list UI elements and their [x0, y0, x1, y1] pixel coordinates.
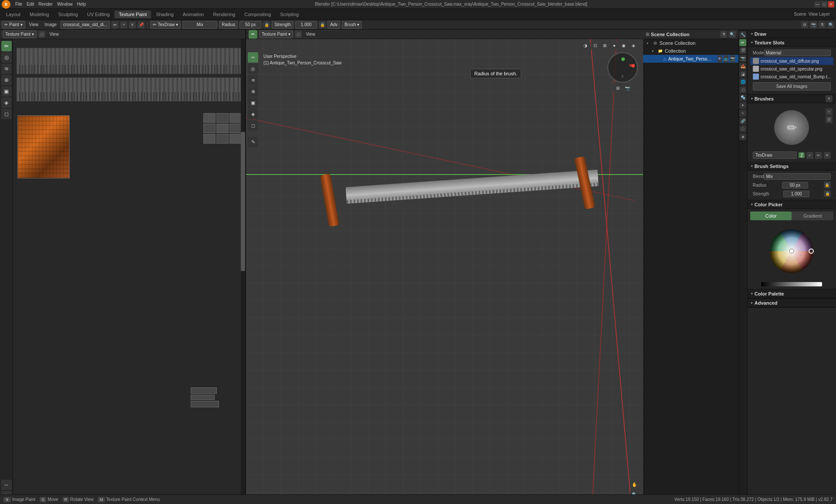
props-tab-viewlayer[interactable]: ◪	[739, 71, 746, 77]
image-add-btn[interactable]: +	[120, 21, 127, 28]
tab-shading[interactable]: Shading	[152, 10, 178, 18]
vp-smear-btn[interactable]: ≋	[248, 75, 258, 85]
vp-draw-btn[interactable]: ✏	[248, 52, 258, 63]
tab-sculpting[interactable]: Sculpting	[54, 10, 82, 18]
shading-rendered-btn[interactable]: ◈	[629, 41, 638, 50]
obj-viewport-btn[interactable]: 📺	[724, 55, 728, 62]
transform-tool-btn[interactable]: ↔	[1, 480, 12, 490]
viewport-draw-btn[interactable]: ✏	[249, 30, 257, 39]
tab-texture-paint[interactable]: Texture Paint	[115, 10, 151, 18]
color-wheel-svg[interactable]	[763, 223, 820, 279]
overlay-toggle-btn[interactable]: ⊡	[591, 41, 600, 50]
vp-soften-btn[interactable]: ◎	[248, 64, 258, 74]
draw-tool-dropdown[interactable]: ✏ TexDraw ▾	[150, 21, 181, 29]
outliner-search-btn[interactable]: 🔍	[729, 31, 736, 38]
radius-lock-btn[interactable]: 🔒	[263, 21, 270, 28]
mode-dropdown[interactable]: ✏ Paint ▾	[2, 21, 25, 29]
uv-canvas[interactable]	[13, 39, 245, 503]
brush-new-btn[interactable]: +	[826, 108, 833, 115]
props-tab-particles[interactable]: ✦	[739, 102, 746, 109]
props-tab-constraints[interactable]: 🔗	[739, 118, 746, 124]
obj-render-btn[interactable]: 📷	[730, 55, 735, 62]
props-tab-object[interactable]: ◻	[739, 86, 746, 93]
save-all-images-btn[interactable]: Save All Images	[753, 82, 831, 91]
window-menu[interactable]: Window	[55, 1, 75, 7]
soften-tool-btn[interactable]: ◎	[1, 52, 12, 63]
fill-tool-btn[interactable]: ▣	[1, 86, 12, 97]
props-tab-modifiers[interactable]: 🔩	[739, 94, 746, 101]
obj-visibility-btn[interactable]: 👁	[718, 55, 722, 62]
xray-toggle-btn[interactable]: ⊠	[600, 41, 609, 50]
props-tab-render[interactable]: 📷	[739, 55, 746, 62]
props-tab-world[interactable]: 🌐	[739, 78, 746, 85]
clone-tool-btn[interactable]: ⊕	[1, 75, 12, 85]
brushes-add-btn[interactable]: +	[826, 95, 833, 102]
viewport-view-menu[interactable]: View	[303, 31, 317, 37]
tab-modeling[interactable]: Modeling	[25, 10, 54, 18]
vp-annotate-btn[interactable]: ✎	[248, 137, 258, 147]
search-icon-btn[interactable]: 🔍	[827, 21, 834, 28]
minimize-button[interactable]: —	[814, 1, 820, 7]
texture-slot-diffuse[interactable]: crosscut_saw_old_diffuse.png	[750, 57, 833, 65]
image-filename[interactable]: crosscut_saw_old_di...	[61, 21, 110, 29]
tab-layout[interactable]: Layout	[2, 10, 25, 18]
props-tab-active-tool[interactable]: ✏	[739, 39, 746, 46]
zoom-fit-btn[interactable]: ⊞	[614, 84, 622, 92]
brush-list-btn[interactable]: ☰	[826, 116, 833, 123]
strength-value[interactable]: 1.000	[295, 21, 317, 29]
brush-type-dropdown[interactable]: Brush ▾	[342, 21, 362, 29]
view-menu[interactable]: View	[27, 22, 41, 27]
scene-icon-btn[interactable]: ⚙	[801, 21, 808, 28]
outliner-object-saw[interactable]: △ Antique_Two_Person_Crosscut_Saw 👁 📺 📷	[643, 55, 738, 63]
props-tab-scene[interactable]: 🎬	[739, 47, 746, 54]
brush-name-field[interactable]: TexDraw	[753, 151, 797, 159]
radius-field-value[interactable]: 50 px	[782, 182, 808, 188]
edit-menu[interactable]: Edit	[24, 1, 36, 7]
image-prev-btn[interactable]: ⬅	[111, 21, 118, 28]
shading-material-btn[interactable]: ◉	[620, 41, 628, 50]
mask-tool-btn[interactable]: ◈	[1, 97, 12, 108]
texture-slot-normal[interactable]: crosscut_saw_old_normal_Bump.t...	[750, 73, 833, 81]
smear-tool-btn[interactable]: ≋	[1, 64, 12, 74]
shading-solid-btn[interactable]: ●	[610, 41, 619, 50]
nav-gizmo[interactable]: Z	[607, 52, 638, 83]
tab-rendering[interactable]: Rendering	[209, 10, 239, 18]
vp-fill-btn[interactable]: ▣	[248, 97, 258, 108]
viewport-mode-dropdown[interactable]: Texture Paint ▾	[259, 30, 293, 38]
color-tab-gradient[interactable]: Gradient	[792, 212, 833, 220]
brush-edit-btn[interactable]: ✏	[815, 152, 822, 159]
strength-lock[interactable]: 🔒	[824, 190, 831, 197]
texture-slots-header[interactable]: ▾ Texture Slots	[748, 38, 836, 47]
tab-uv-editing[interactable]: UV Editing	[83, 10, 114, 18]
brush-settings-header[interactable]: ▾ Brush Settings	[748, 162, 836, 171]
props-tab-output[interactable]: 📤	[739, 63, 746, 70]
erase-tool-btn[interactable]: ◻	[1, 109, 12, 119]
strength-field-value[interactable]: 1.000	[783, 191, 809, 197]
image-pin-btn[interactable]: 📌	[138, 21, 145, 28]
radius-dropdown[interactable]: Radius	[219, 21, 238, 29]
props-tab-tool[interactable]: 🔧	[739, 31, 746, 38]
viewport-3d[interactable]: Radius of the brush. User Perspective (1…	[246, 39, 643, 503]
uv-scrollbar-v[interactable]	[241, 39, 245, 503]
file-menu[interactable]: File	[13, 1, 24, 7]
tab-compositing[interactable]: Compositing	[240, 10, 275, 18]
outliner-filter-btn[interactable]: ⚗	[720, 31, 727, 38]
render-icon-btn[interactable]: 📷	[810, 21, 817, 28]
radius-lock[interactable]: 🔒	[824, 181, 831, 188]
overlay-viewport-shading[interactable]: ◑	[581, 41, 590, 50]
strength-dropdown[interactable]: Strength	[272, 21, 293, 29]
outliner-scene-collection[interactable]: ▾ ⊞ Scene Collection	[643, 39, 738, 47]
hand-tool-btn[interactable]: ✋	[630, 480, 639, 489]
color-tab-color[interactable]: Color	[750, 212, 792, 220]
vp-clone-btn[interactable]: ⊕	[248, 86, 258, 97]
render-menu[interactable]: Render	[36, 1, 55, 7]
props-tab-physics[interactable]: ≈	[739, 110, 746, 117]
draw-tool-btn[interactable]: ✏	[1, 41, 12, 51]
mode-field-value[interactable]: Material	[764, 50, 831, 56]
blend-field[interactable]: Mix	[182, 21, 217, 29]
brush-check-btn[interactable]: ✓	[806, 152, 813, 159]
radius-value[interactable]: 50 px	[239, 21, 261, 29]
uv-camera-btn[interactable]: 🎥	[38, 31, 45, 38]
adv-dropdown[interactable]: Adv	[327, 21, 340, 29]
props-tab-materials[interactable]: ◈	[739, 133, 746, 140]
